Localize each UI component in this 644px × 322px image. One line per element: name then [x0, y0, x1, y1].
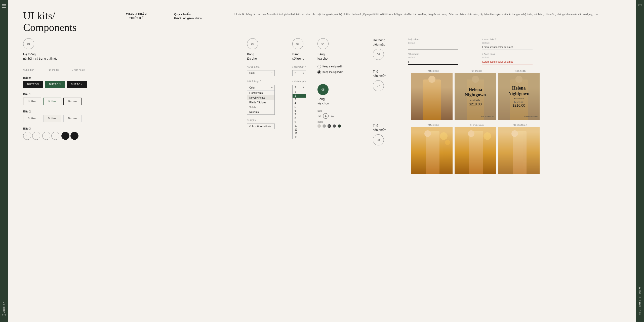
- product-08-cards-col: / Mặc định / / Di chuột vào / / Di chuột…: [411, 124, 542, 174]
- qty-7[interactable]: 7: [293, 113, 306, 116]
- product-08-cards: [411, 127, 542, 174]
- section-05-num: 05: [317, 84, 329, 95]
- select-open[interactable]: Color ▾ Floral Prints Novelty Prints Pla…: [247, 85, 275, 115]
- btn-arrow-right-default[interactable]: →: [32, 132, 40, 140]
- option-neutrals[interactable]: Neutrals: [247, 110, 274, 114]
- btn-dark-active[interactable]: BUTTON: [67, 81, 87, 88]
- qty-12[interactable]: 12: [293, 132, 306, 135]
- form-state-active: / Kích hoạt /: [408, 53, 477, 55]
- select-default[interactable]: Color ▾: [247, 70, 287, 76]
- qty-6[interactable]: 6: [293, 109, 306, 113]
- qty-9[interactable]: 9: [293, 120, 306, 124]
- option-solids[interactable]: Solids: [247, 105, 274, 110]
- state-hover-label: / Di chuột /: [48, 68, 70, 72]
- btn-arrow-right-active[interactable]: →: [70, 132, 78, 140]
- qty-4[interactable]: 4: [293, 101, 306, 105]
- select-chosen[interactable]: Color ▾ Novelty Prints: [247, 124, 287, 129]
- radio-option-2[interactable]: Keep me signed in: [317, 70, 363, 74]
- product-card-08-mouseout[interactable]: [498, 127, 540, 174]
- section-01-label: Hệ thống nút bấm và trạng thái nút: [23, 52, 242, 61]
- section-03: 03 Bảng số lượng / Mặc định / 2 ▾: [292, 38, 312, 141]
- product-card-07-hover[interactable]: Helena Nightgown available $218.00 Add t…: [455, 73, 496, 120]
- form-error-text: Lorem ipsum dolor sit amet: [482, 59, 533, 64]
- btn-dark-default[interactable]: BUTTON: [23, 81, 43, 88]
- form-warning: / Cảnh báo / Default Lorem ipsum dolor s…: [482, 53, 551, 65]
- btn-arrow-left-active[interactable]: ←: [61, 132, 69, 140]
- section-03-label: Bảng số lượng: [292, 52, 312, 61]
- qty-11[interactable]: 11: [293, 128, 306, 132]
- radio-option-1[interactable]: Keep me signed in: [317, 65, 363, 68]
- section-02-num: 02: [247, 38, 258, 49]
- form-field-warning: Default Lorem ipsum dolor sit amet: [482, 56, 551, 64]
- btn-light-active[interactable]: Button: [63, 115, 82, 122]
- level-0-buttons: BUTTON BUTTON BUTTON: [23, 81, 242, 88]
- form-spacer: [557, 38, 626, 50]
- product-card-08-default[interactable]: [411, 127, 453, 174]
- btn-arrow-left-hover[interactable]: ←: [42, 132, 50, 140]
- card-active-orig-price: $221.00: [514, 101, 523, 103]
- swatch-4[interactable]: [333, 124, 336, 128]
- size-l[interactable]: L: [323, 113, 329, 119]
- product-section-07: Thẻ sản phẩm 07 / Mặc định / / Di chuột …: [368, 70, 636, 124]
- product-08-state-labels: / Mặc định / / Di chuột vào / / Di chuột…: [411, 124, 542, 126]
- qty-open[interactable]: 2▾ 1 2 3 4 5 6 7 8 9 10 11 12 1: [292, 85, 306, 139]
- col2-title: THÀNH PHẦN THIẾT KẾ: [109, 13, 164, 20]
- product-card-07-default[interactable]: [411, 73, 453, 120]
- btn-arrow-left-default[interactable]: ←: [23, 132, 31, 140]
- size-m[interactable]: M: [317, 114, 321, 118]
- btn-outline-active[interactable]: Button: [63, 98, 82, 105]
- header-description: UI kits là những tập hợp có sẵn nhiều th…: [234, 10, 621, 33]
- radio-circle-1[interactable]: [317, 65, 321, 68]
- swatch-1[interactable]: [317, 124, 321, 128]
- qty-2[interactable]: 2: [293, 94, 306, 98]
- product-08-label: Thẻ sản phẩm: [373, 124, 408, 132]
- color-swatches: [317, 124, 363, 128]
- p07-label-default: / Mặc định /: [411, 70, 455, 72]
- swatch-5[interactable]: [338, 124, 341, 128]
- qty-3[interactable]: 3: [293, 98, 306, 101]
- product-section-08: Thẻ sản phẩm 08 / Mặc định / / Di chuột …: [368, 124, 636, 178]
- option-novelty[interactable]: Novelty Prints: [247, 95, 274, 100]
- btn-dark-hover[interactable]: BUTTON: [45, 81, 65, 88]
- qty-5[interactable]: 5: [293, 105, 306, 109]
- qty-10[interactable]: 10: [293, 124, 306, 128]
- option-plaids[interactable]: Plaids / Stripes: [247, 100, 274, 105]
- title-area: UI kits/ Components: [23, 10, 99, 33]
- level-0-label: Bậc 0: [23, 76, 242, 79]
- p08-label-mousein: / Di chuột vào /: [455, 124, 498, 126]
- form-input-active[interactable]: [408, 59, 458, 65]
- radio-circle-2[interactable]: [317, 70, 321, 74]
- product-08-info: Thẻ sản phẩm 08: [373, 124, 408, 145]
- form-section-label: Hệ thống biểu mẫu 06: [373, 38, 403, 60]
- button-state-labels: / Mặc định / / Di chuột / / Kích hoạt /: [23, 68, 242, 72]
- qty-13[interactable]: 13: [293, 135, 306, 139]
- option-floral[interactable]: Floral Prints: [247, 91, 274, 95]
- btn-light-default[interactable]: Button: [23, 115, 41, 122]
- qty-default-label: / Mặc định /: [292, 65, 312, 69]
- card-hover-wish[interactable]: Add to wish list: [481, 115, 494, 118]
- qty-8[interactable]: 8: [293, 116, 306, 120]
- size-xl[interactable]: XL: [330, 114, 335, 118]
- qty-1[interactable]: 1: [293, 90, 306, 94]
- menu-icon[interactable]: [2, 4, 6, 8]
- page-number-right: 072: [638, 4, 642, 7]
- section-05-header: 05: [317, 84, 363, 95]
- btn-outline-hover[interactable]: Button: [43, 98, 61, 105]
- qty-default[interactable]: 2 ▾: [292, 70, 306, 76]
- swatch-3[interactable]: [328, 124, 331, 128]
- product-card-08-mousein[interactable]: [455, 127, 496, 174]
- btn-outline-default[interactable]: Button: [23, 98, 41, 105]
- p07-label-active: / Kích hoạt /: [498, 70, 542, 72]
- section-02-label: Bảng tùy chọn: [247, 52, 287, 61]
- btn-arrow-right-hover[interactable]: →: [51, 132, 59, 140]
- card-active-wish[interactable]: Add to wish list: [524, 115, 538, 118]
- form-input-default[interactable]: [408, 45, 458, 50]
- state-active-label: / Kích hoạt /: [72, 68, 95, 72]
- form-fields-grid: / Mặc định / Default / Soạn thảo / Defau…: [408, 38, 626, 65]
- col3-title: Quy chuẩn thiết kế giao diện: [174, 13, 224, 20]
- product-card-07-active[interactable]: Helena Nightgown available $221.00 $216.…: [498, 73, 540, 120]
- section-04-label: Bảng lựa chọn: [317, 52, 363, 61]
- btn-light-hover[interactable]: Button: [43, 115, 61, 122]
- radio-group: Keep me signed in Keep me signed in: [317, 65, 363, 74]
- swatch-2[interactable]: [323, 124, 326, 128]
